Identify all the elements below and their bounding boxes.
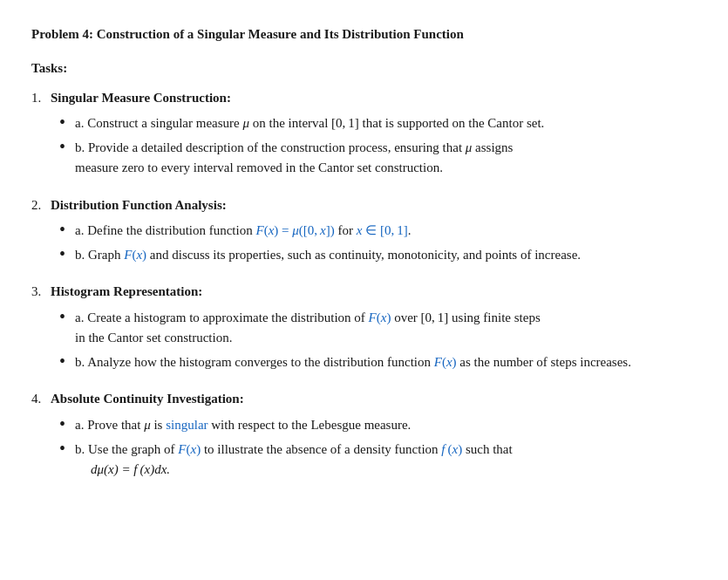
math-fx-4b: f (x) [441, 442, 462, 456]
text-singular: singular [166, 418, 208, 432]
math-Fx-def: F(x) = μ([0, x]) [255, 223, 334, 237]
bullet-list-1: • a. Construct a singular measure μ on t… [51, 113, 697, 179]
bullet-text-4a: a. Prove that μ is singular with respect… [75, 415, 697, 435]
bullet-text-3a: a. Create a histogram to approximate the… [75, 308, 697, 349]
item-number-3: 3. [31, 282, 51, 302]
bullet-dot-1b: • [59, 136, 75, 157]
bullet-dot-4a: • [59, 413, 75, 434]
item-label-bold-2: Distribution Function Analysis: [51, 198, 227, 212]
item-number-2: 2. [31, 195, 51, 215]
bullet-text-2b: b. Graph F(x) and discuss its properties… [75, 245, 697, 265]
item-label-bold-3: Histogram Representation: [51, 284, 202, 298]
bullet-text-1b: b. Provide a detailed description of the… [75, 138, 697, 179]
bullet-4b: • b. Use the graph of F(x) to illustrate… [51, 440, 697, 481]
math-Fx-3a: F(x) [369, 310, 391, 324]
bullet-list-4: • a. Prove that μ is singular with respe… [51, 415, 697, 481]
bullet-3a: • a. Create a histogram to approximate t… [51, 308, 697, 349]
bullet-3b: • b. Analyze how the histogram converges… [51, 352, 697, 372]
bullet-dot-3a: • [59, 306, 75, 327]
item-content-1: Singular Measure Construction: • a. Cons… [51, 88, 697, 183]
bullet-1b: • b. Provide a detailed description of t… [51, 138, 697, 179]
math-Fx-2b: F(x) [124, 248, 146, 262]
list-item-4: 4. Absolute Continuity Investigation: • … [31, 389, 697, 484]
bullet-dot-2b: • [59, 243, 75, 264]
list-item-3: 3. Histogram Representation: • a. Create… [31, 282, 697, 377]
bullet-text-2a: a. Define the distribution function F(x)… [75, 221, 697, 241]
bullet-dot-4b: • [59, 438, 75, 459]
math-display-4b: dμ(x) = f (x)dx. [75, 460, 170, 480]
item-label-4: Absolute Continuity Investigation: [51, 389, 697, 409]
bullet-1a: • a. Construct a singular measure μ on t… [51, 113, 697, 133]
item-label-bold-4: Absolute Continuity Investigation: [51, 392, 244, 406]
main-list: 1. Singular Measure Construction: • a. C… [31, 88, 697, 485]
math-Fx-4b: F(x) [178, 442, 201, 456]
tasks-label: Tasks: [31, 58, 697, 78]
bullet-list-3: • a. Create a histogram to approximate t… [51, 308, 697, 373]
item-content-3: Histogram Representation: • a. Create a … [51, 282, 697, 377]
math-x-interval: x ∈ [0, 1] [357, 223, 408, 237]
math-Fx-3b: F(x) [434, 355, 457, 369]
list-item-1: 1. Singular Measure Construction: • a. C… [31, 88, 697, 183]
bullet-text-3b: b. Analyze how the histogram converges t… [75, 352, 697, 372]
bullet-dot-1a: • [59, 112, 75, 133]
item-label-bold-1: Singular Measure Construction: [51, 91, 231, 105]
item-content-4: Absolute Continuity Investigation: • a. … [51, 389, 697, 484]
item-number-1: 1. [31, 88, 51, 108]
bullet-text-4b: b. Use the graph of F(x) to illustrate t… [75, 440, 697, 481]
bullet-dot-2a: • [59, 219, 75, 240]
item-number-4: 4. [31, 389, 51, 409]
page-container: Problem 4: Construction of a Singular Me… [31, 24, 697, 484]
bullet-text-1a: a. Construct a singular measure μ on the… [75, 113, 697, 133]
item-content-2: Distribution Function Analysis: • a. Def… [51, 195, 697, 270]
bullet-dot-3b: • [59, 351, 75, 372]
item-label-3: Histogram Representation: [51, 282, 697, 302]
list-item-2: 2. Distribution Function Analysis: • a. … [31, 195, 697, 270]
item-label-2: Distribution Function Analysis: [51, 195, 697, 215]
bullet-4a: • a. Prove that μ is singular with respe… [51, 415, 697, 435]
bullet-list-2: • a. Define the distribution function F(… [51, 221, 697, 266]
bullet-2b: • b. Graph F(x) and discuss its properti… [51, 245, 697, 265]
item-label-1: Singular Measure Construction: [51, 88, 697, 108]
problem-title: Problem 4: Construction of a Singular Me… [31, 24, 697, 44]
bullet-2a: • a. Define the distribution function F(… [51, 221, 697, 241]
